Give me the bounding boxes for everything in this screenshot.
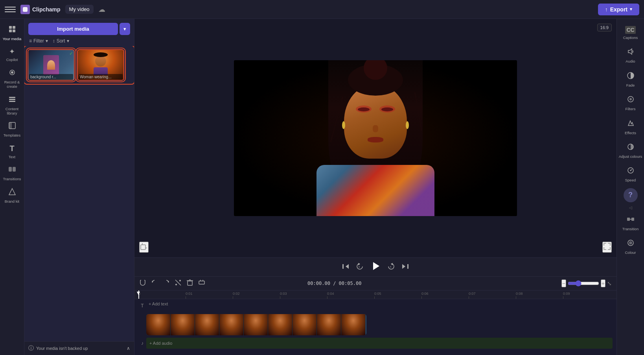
fade-icon <box>627 72 635 81</box>
playhead[interactable] <box>138 290 139 299</box>
timeline-zoom-controls: − + ⤡ <box>561 279 612 287</box>
delete-button[interactable] <box>186 279 193 288</box>
right-panel-audio[interactable]: Audio <box>617 44 644 67</box>
sidebar-label-your-media: Your media <box>3 37 22 41</box>
sidebar-label-record: Record & create <box>2 80 22 89</box>
forward-5-button[interactable]: 5 <box>387 263 395 272</box>
sidebar-item-brand-kit[interactable]: Brand kit <box>0 185 24 207</box>
hamburger-menu[interactable] <box>5 4 16 15</box>
preview-main: 16:9 <box>134 19 616 257</box>
audio-track-body[interactable]: + Add audio <box>146 338 613 349</box>
sidebar-item-templates[interactable]: Templates <box>0 118 24 141</box>
magnet-tool-button[interactable] <box>139 279 146 288</box>
right-panel-adjust-colours[interactable]: Adjust colours <box>617 139 644 163</box>
video-filmstrip[interactable] <box>146 314 366 335</box>
sidebar-item-content-library[interactable]: Content library <box>0 92 24 119</box>
svg-rect-15 <box>141 245 145 250</box>
skip-back-button[interactable] <box>342 263 350 272</box>
content-library-icon <box>8 95 16 105</box>
svg-marker-40 <box>628 49 632 54</box>
preview-area: 16:9 <box>134 19 616 276</box>
skip-forward-button[interactable] <box>401 263 409 272</box>
right-panel-speed[interactable]: Speed <box>617 163 644 186</box>
media-item-woman[interactable]: Woman wearing... <box>77 49 124 81</box>
adjust-colours-icon <box>627 143 635 153</box>
right-panel-colour[interactable]: Colour <box>617 235 644 259</box>
sidebar-label-transitions: Transitions <box>3 177 21 181</box>
transitions-icon <box>8 165 16 175</box>
svg-rect-48 <box>627 218 630 221</box>
svg-point-47 <box>630 170 631 171</box>
sidebar-item-record-create[interactable]: Record & create <box>0 65 24 92</box>
cloud-icon[interactable]: ☁ <box>98 5 105 14</box>
right-panel-filters[interactable]: Filters <box>617 91 644 115</box>
filter-sort-row: ≡ Filter ▾ ↕ Sort ▾ <box>28 38 130 44</box>
aspect-ratio-badge[interactable]: 16:9 <box>597 24 612 31</box>
filter-button[interactable]: ≡ Filter ▾ <box>29 38 48 44</box>
export-button[interactable]: ↑ Export ▾ <box>598 4 639 15</box>
svg-rect-34 <box>188 281 192 285</box>
transition-label: Transition <box>622 227 638 231</box>
media-label-bg: background r... <box>29 74 73 80</box>
sidebar-item-transitions[interactable]: Transitions <box>0 162 24 184</box>
templates-icon <box>8 122 16 131</box>
svg-marker-22 <box>373 262 379 270</box>
media-check-bg: ✓ <box>69 51 73 56</box>
fullscreen-button[interactable] <box>602 242 612 253</box>
svg-point-52 <box>629 241 632 244</box>
fade-label: Fade <box>626 83 635 87</box>
media-panel: Import media ▾ ≡ Filter ▾ ↕ Sort ▾ <box>24 19 134 355</box>
sidebar-label-text: Text <box>9 155 15 159</box>
svg-rect-2 <box>13 26 15 29</box>
media-item-background[interactable]: ✓ background r... <box>28 49 75 81</box>
right-panel-captions[interactable]: CC Captions <box>617 22 644 44</box>
right-panel: CC Captions Audio Fade Filters Effects <box>616 19 644 355</box>
redo-button[interactable] <box>163 279 170 288</box>
svg-point-43 <box>629 98 632 100</box>
import-dropdown-button[interactable]: ▾ <box>120 23 130 35</box>
speed-label: Speed <box>625 178 636 182</box>
svg-rect-37 <box>199 281 204 284</box>
cut-button[interactable] <box>175 279 182 288</box>
fit-timeline-button[interactable]: ⤡ <box>607 280 612 287</box>
more-tool-button[interactable] <box>198 279 205 288</box>
filmstrip-frame-7 <box>293 314 317 335</box>
play-button[interactable] <box>370 261 381 274</box>
svg-rect-4 <box>13 30 15 32</box>
zoom-in-button[interactable]: + <box>601 279 605 287</box>
video-title[interactable]: My video <box>65 5 94 14</box>
speed-icon <box>627 166 635 176</box>
undo-button[interactable] <box>151 279 158 288</box>
brand-kit-icon <box>8 188 16 198</box>
timeline-tracks: T + Add text <box>134 299 616 350</box>
export-icon: ↑ <box>605 6 608 13</box>
audio-track-label: ♪ <box>138 340 146 346</box>
media-grid: ✓ background r... Woman wearing. <box>24 46 134 341</box>
right-panel-transition[interactable]: Transition <box>617 211 644 235</box>
help-button[interactable]: ? <box>624 188 638 202</box>
sidebar-item-text[interactable]: T Text <box>0 141 24 162</box>
svg-rect-19 <box>342 264 344 269</box>
sort-button[interactable]: ↕ Sort ▾ <box>53 38 69 44</box>
collapse-button[interactable]: ◁ <box>627 204 634 211</box>
app-logo: Clipchamp <box>20 5 61 14</box>
right-panel-effects[interactable]: Effects <box>617 115 644 139</box>
zoom-slider[interactable] <box>568 280 599 287</box>
add-audio-label: + Add audio <box>149 341 172 346</box>
rewind-5-button[interactable]: 5 <box>356 263 364 272</box>
media-backup-notice[interactable]: ⓘ Your media isn't backed up ∧ <box>24 341 134 355</box>
import-media-button[interactable]: Import media <box>28 23 118 35</box>
crop-button[interactable] <box>139 242 149 253</box>
text-track-label: T <box>138 303 146 309</box>
add-audio-button[interactable]: + Add audio <box>149 341 172 346</box>
sidebar-item-your-media[interactable]: Your media <box>0 22 24 44</box>
svg-text:5: 5 <box>359 266 360 268</box>
right-panel-fade[interactable]: Fade <box>617 68 644 91</box>
zoom-out-button[interactable]: − <box>561 279 566 287</box>
media-label-woman: Woman wearing... <box>79 74 123 80</box>
sidebar-item-copilot[interactable]: ✦ Copilot <box>0 44 24 65</box>
sidebar-label-copilot: Copilot <box>6 57 18 62</box>
ruler-tick-4: 0:04 <box>327 292 334 299</box>
add-text-button[interactable]: + Add text <box>146 301 170 307</box>
adjust-colours-label: Adjust colours <box>619 154 642 159</box>
